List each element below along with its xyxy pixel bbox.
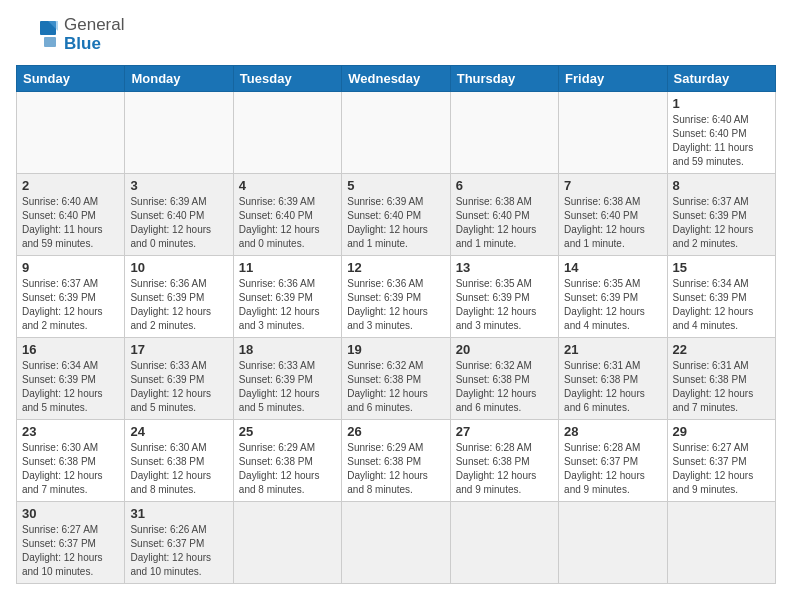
day-number: 3 [130,178,227,193]
calendar-cell: 24Sunrise: 6:30 AM Sunset: 6:38 PM Dayli… [125,420,233,502]
calendar-cell: 27Sunrise: 6:28 AM Sunset: 6:38 PM Dayli… [450,420,558,502]
day-number: 6 [456,178,553,193]
day-info: Sunrise: 6:31 AM Sunset: 6:38 PM Dayligh… [564,359,661,415]
day-info: Sunrise: 6:27 AM Sunset: 6:37 PM Dayligh… [673,441,770,497]
calendar-cell [559,92,667,174]
day-info: Sunrise: 6:33 AM Sunset: 6:39 PM Dayligh… [130,359,227,415]
calendar-week-row: 23Sunrise: 6:30 AM Sunset: 6:38 PM Dayli… [17,420,776,502]
day-info: Sunrise: 6:34 AM Sunset: 6:39 PM Dayligh… [673,277,770,333]
day-number: 14 [564,260,661,275]
day-number: 18 [239,342,336,357]
day-info: Sunrise: 6:38 AM Sunset: 6:40 PM Dayligh… [564,195,661,251]
calendar-cell: 18Sunrise: 6:33 AM Sunset: 6:39 PM Dayli… [233,338,341,420]
calendar-cell: 8Sunrise: 6:37 AM Sunset: 6:39 PM Daylig… [667,174,775,256]
calendar-cell: 15Sunrise: 6:34 AM Sunset: 6:39 PM Dayli… [667,256,775,338]
day-info: Sunrise: 6:29 AM Sunset: 6:38 PM Dayligh… [347,441,444,497]
day-number: 17 [130,342,227,357]
day-number: 26 [347,424,444,439]
calendar-cell: 4Sunrise: 6:39 AM Sunset: 6:40 PM Daylig… [233,174,341,256]
day-info: Sunrise: 6:33 AM Sunset: 6:39 PM Dayligh… [239,359,336,415]
day-info: Sunrise: 6:30 AM Sunset: 6:38 PM Dayligh… [22,441,119,497]
calendar-cell [342,92,450,174]
logo-icon [16,19,58,51]
calendar-week-row: 1Sunrise: 6:40 AM Sunset: 6:40 PM Daylig… [17,92,776,174]
day-number: 22 [673,342,770,357]
day-info: Sunrise: 6:36 AM Sunset: 6:39 PM Dayligh… [347,277,444,333]
day-number: 29 [673,424,770,439]
calendar-cell: 21Sunrise: 6:31 AM Sunset: 6:38 PM Dayli… [559,338,667,420]
day-number: 9 [22,260,119,275]
day-info: Sunrise: 6:32 AM Sunset: 6:38 PM Dayligh… [456,359,553,415]
calendar-cell: 26Sunrise: 6:29 AM Sunset: 6:38 PM Dayli… [342,420,450,502]
day-info: Sunrise: 6:38 AM Sunset: 6:40 PM Dayligh… [456,195,553,251]
calendar-cell: 25Sunrise: 6:29 AM Sunset: 6:38 PM Dayli… [233,420,341,502]
calendar-cell: 28Sunrise: 6:28 AM Sunset: 6:37 PM Dayli… [559,420,667,502]
logo-blue: Blue [64,35,124,54]
day-info: Sunrise: 6:39 AM Sunset: 6:40 PM Dayligh… [347,195,444,251]
day-info: Sunrise: 6:37 AM Sunset: 6:39 PM Dayligh… [673,195,770,251]
day-number: 28 [564,424,661,439]
logo: General Blue [16,16,124,53]
calendar-cell: 22Sunrise: 6:31 AM Sunset: 6:38 PM Dayli… [667,338,775,420]
calendar-cell: 14Sunrise: 6:35 AM Sunset: 6:39 PM Dayli… [559,256,667,338]
calendar-week-row: 16Sunrise: 6:34 AM Sunset: 6:39 PM Dayli… [17,338,776,420]
day-number: 12 [347,260,444,275]
day-info: Sunrise: 6:28 AM Sunset: 6:38 PM Dayligh… [456,441,553,497]
calendar-cell: 12Sunrise: 6:36 AM Sunset: 6:39 PM Dayli… [342,256,450,338]
calendar-cell [450,92,558,174]
day-number: 31 [130,506,227,521]
day-number: 1 [673,96,770,111]
calendar-cell: 23Sunrise: 6:30 AM Sunset: 6:38 PM Dayli… [17,420,125,502]
day-number: 4 [239,178,336,193]
day-info: Sunrise: 6:28 AM Sunset: 6:37 PM Dayligh… [564,441,661,497]
calendar-cell: 20Sunrise: 6:32 AM Sunset: 6:38 PM Dayli… [450,338,558,420]
calendar-cell [559,502,667,584]
svg-rect-1 [44,37,56,47]
day-number: 16 [22,342,119,357]
calendar-cell [17,92,125,174]
day-info: Sunrise: 6:39 AM Sunset: 6:40 PM Dayligh… [130,195,227,251]
day-info: Sunrise: 6:36 AM Sunset: 6:39 PM Dayligh… [239,277,336,333]
day-number: 8 [673,178,770,193]
day-info: Sunrise: 6:26 AM Sunset: 6:37 PM Dayligh… [130,523,227,579]
calendar-cell: 7Sunrise: 6:38 AM Sunset: 6:40 PM Daylig… [559,174,667,256]
day-number: 5 [347,178,444,193]
column-header-sunday: Sunday [17,66,125,92]
calendar-cell: 2Sunrise: 6:40 AM Sunset: 6:40 PM Daylig… [17,174,125,256]
column-header-wednesday: Wednesday [342,66,450,92]
calendar-header-row: SundayMondayTuesdayWednesdayThursdayFrid… [17,66,776,92]
column-header-monday: Monday [125,66,233,92]
day-info: Sunrise: 6:27 AM Sunset: 6:37 PM Dayligh… [22,523,119,579]
day-number: 20 [456,342,553,357]
day-info: Sunrise: 6:36 AM Sunset: 6:39 PM Dayligh… [130,277,227,333]
calendar-cell [233,92,341,174]
day-number: 7 [564,178,661,193]
calendar-cell: 31Sunrise: 6:26 AM Sunset: 6:37 PM Dayli… [125,502,233,584]
calendar-week-row: 30Sunrise: 6:27 AM Sunset: 6:37 PM Dayli… [17,502,776,584]
calendar-cell: 30Sunrise: 6:27 AM Sunset: 6:37 PM Dayli… [17,502,125,584]
calendar-cell: 16Sunrise: 6:34 AM Sunset: 6:39 PM Dayli… [17,338,125,420]
day-number: 15 [673,260,770,275]
calendar-cell: 3Sunrise: 6:39 AM Sunset: 6:40 PM Daylig… [125,174,233,256]
page-header: General Blue [16,16,776,53]
calendar-cell [450,502,558,584]
day-number: 2 [22,178,119,193]
calendar-week-row: 9Sunrise: 6:37 AM Sunset: 6:39 PM Daylig… [17,256,776,338]
day-number: 19 [347,342,444,357]
calendar-cell: 13Sunrise: 6:35 AM Sunset: 6:39 PM Dayli… [450,256,558,338]
calendar-cell: 9Sunrise: 6:37 AM Sunset: 6:39 PM Daylig… [17,256,125,338]
calendar-week-row: 2Sunrise: 6:40 AM Sunset: 6:40 PM Daylig… [17,174,776,256]
calendar-cell [342,502,450,584]
calendar-cell [667,502,775,584]
calendar-cell: 6Sunrise: 6:38 AM Sunset: 6:40 PM Daylig… [450,174,558,256]
day-info: Sunrise: 6:39 AM Sunset: 6:40 PM Dayligh… [239,195,336,251]
calendar-cell: 19Sunrise: 6:32 AM Sunset: 6:38 PM Dayli… [342,338,450,420]
day-info: Sunrise: 6:37 AM Sunset: 6:39 PM Dayligh… [22,277,119,333]
day-number: 11 [239,260,336,275]
calendar-cell: 11Sunrise: 6:36 AM Sunset: 6:39 PM Dayli… [233,256,341,338]
day-number: 21 [564,342,661,357]
day-info: Sunrise: 6:29 AM Sunset: 6:38 PM Dayligh… [239,441,336,497]
calendar-cell: 1Sunrise: 6:40 AM Sunset: 6:40 PM Daylig… [667,92,775,174]
day-info: Sunrise: 6:40 AM Sunset: 6:40 PM Dayligh… [22,195,119,251]
calendar-cell [233,502,341,584]
